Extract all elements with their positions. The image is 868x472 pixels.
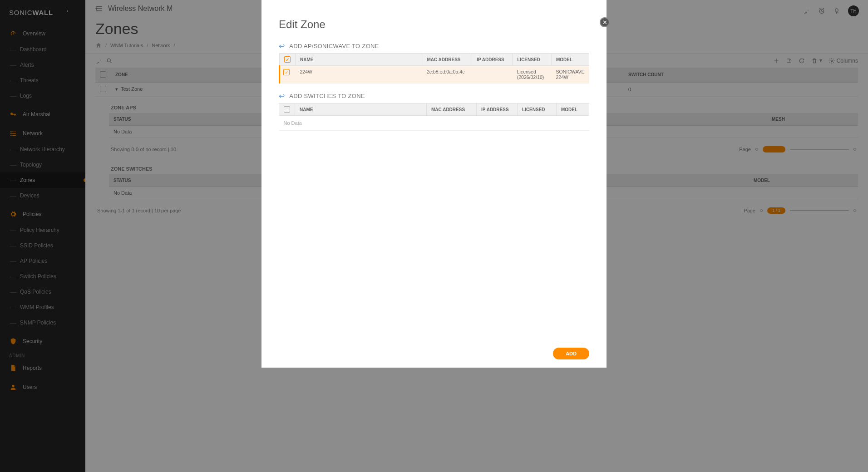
ap-section-title: ADD AP/SONICWAVE TO ZONE bbox=[289, 43, 379, 49]
dialog-close-button[interactable]: ✕ bbox=[600, 17, 610, 27]
col-mac[interactable]: MAC ADDRESS bbox=[427, 103, 477, 116]
ap-table: ✓ NAME MAC ADDRESS IP ADDRESS LICENSED M… bbox=[279, 53, 589, 84]
col-name[interactable]: NAME bbox=[296, 54, 422, 66]
dialog-title: Edit Zone bbox=[279, 18, 589, 31]
col-model[interactable]: MODEL bbox=[551, 54, 589, 66]
select-all-switch-checkbox[interactable]: ✓ bbox=[284, 106, 290, 113]
col-ip[interactable]: IP ADDRESS bbox=[477, 103, 518, 116]
switch-section-title: ADD SWITCHES TO ZONE bbox=[289, 93, 365, 99]
col-ip[interactable]: IP ADDRESS bbox=[472, 54, 513, 66]
select-all-ap-checkbox[interactable]: ✓ bbox=[284, 56, 291, 63]
col-licensed[interactable]: LICENSED bbox=[513, 54, 552, 66]
col-mac[interactable]: MAC ADDRESS bbox=[422, 54, 472, 66]
modal-overlay: ✕ Edit Zone ↩ ADD AP/SONICWAVE TO ZONE ✓… bbox=[0, 0, 868, 472]
edit-zone-dialog: ✕ Edit Zone ↩ ADD AP/SONICWAVE TO ZONE ✓… bbox=[261, 0, 607, 368]
col-model[interactable]: MODEL bbox=[557, 103, 589, 116]
add-button[interactable]: ADD bbox=[553, 348, 589, 359]
back-arrow-icon[interactable]: ↩ bbox=[279, 42, 285, 50]
back-arrow-icon[interactable]: ↩ bbox=[279, 92, 285, 100]
no-data: No Data bbox=[279, 116, 589, 131]
col-licensed[interactable]: LICENSED bbox=[518, 103, 557, 116]
col-name[interactable]: NAME bbox=[295, 103, 427, 116]
ap-row[interactable]: ✓ 224W 2c:b8:ed:0a:0a:4c Licensed(2026/0… bbox=[280, 66, 589, 84]
ap-row-checkbox[interactable]: ✓ bbox=[283, 69, 290, 75]
switch-table: ✓ NAME MAC ADDRESS IP ADDRESS LICENSED M… bbox=[279, 103, 589, 131]
